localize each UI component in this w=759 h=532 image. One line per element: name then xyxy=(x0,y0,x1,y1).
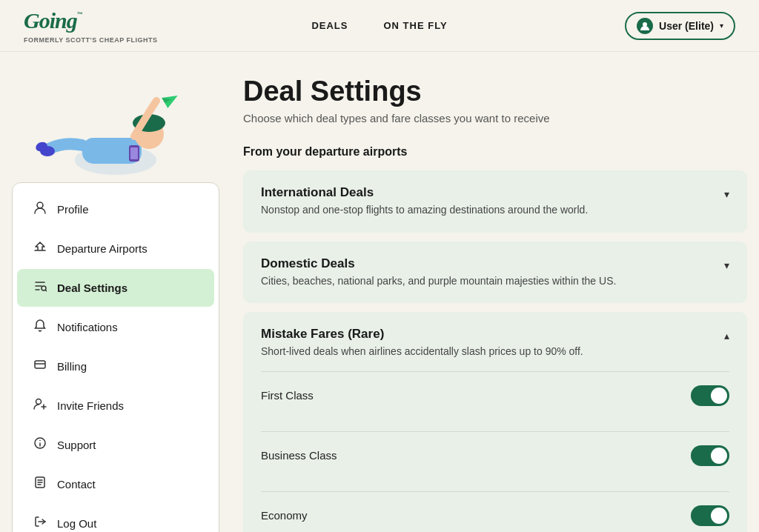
page-subtitle: Choose which deal types and fare classes… xyxy=(243,112,747,124)
page-layout: Profile Departure Airports xyxy=(0,52,759,532)
mistake-fares-title: Mistake Fares (Rare) xyxy=(261,327,583,342)
svg-rect-15 xyxy=(35,361,45,368)
svg-rect-12 xyxy=(130,147,138,159)
profile-icon xyxy=(32,201,48,218)
sidebar-item-log-out[interactable]: Log Out xyxy=(17,505,214,532)
user-avatar-icon xyxy=(637,18,653,34)
svg-point-18 xyxy=(39,440,41,442)
deal-settings-icon xyxy=(32,279,48,296)
user-menu[interactable]: User (Elite) ▾ xyxy=(625,12,735,40)
logo[interactable]: Going ™ FORMERLY SCOTT'S CHEAP FLIGHTS xyxy=(24,7,158,44)
billing-icon xyxy=(32,358,48,375)
international-deals-desc: Nonstop and one-stop flights to amazing … xyxy=(261,203,588,218)
sidebar-item-departure-airports[interactable]: Departure Airports xyxy=(17,230,214,267)
notifications-icon xyxy=(32,319,48,336)
sidebar-item-contact[interactable]: Contact xyxy=(17,465,214,503)
mistake-fares-desc: Short-lived deals when airlines accident… xyxy=(261,345,583,359)
first-class-label: First Class xyxy=(261,389,314,402)
page-title: Deal Settings xyxy=(243,76,747,107)
support-icon xyxy=(32,436,48,453)
invite-friends-icon xyxy=(32,397,48,414)
svg-text:™: ™ xyxy=(77,11,82,18)
user-icon xyxy=(640,21,650,31)
hero-illustration xyxy=(34,71,197,182)
log-out-icon xyxy=(32,515,48,532)
international-deals-chevron: ▾ xyxy=(724,188,729,200)
section-heading: From your departure airports xyxy=(243,145,747,159)
sidebar: Profile Departure Airports xyxy=(12,52,219,532)
departure-airports-icon xyxy=(32,240,48,257)
main-content: Deal Settings Choose which deal types an… xyxy=(243,52,747,532)
domestic-deals-title: Domestic Deals xyxy=(261,256,616,271)
domestic-deals-desc: Cities, beaches, national parks, and pur… xyxy=(261,274,616,289)
sidebar-item-deal-settings[interactable]: Deal Settings xyxy=(17,269,214,307)
sidebar-item-notifications[interactable]: Notifications xyxy=(17,308,214,346)
mistake-fares-header: Mistake Fares (Rare) Short-lived deals w… xyxy=(261,327,729,359)
fare-row-economy: Economy ✓ xyxy=(261,491,729,532)
business-class-toggle-check: ✓ xyxy=(716,450,723,461)
business-class-toggle[interactable]: ✓ xyxy=(691,445,729,466)
domestic-deals-card[interactable]: Domestic Deals Cities, beaches, national… xyxy=(243,242,747,304)
international-deals-header: International Deals Nonstop and one-stop… xyxy=(261,185,729,218)
svg-point-16 xyxy=(36,399,42,405)
economy-toggle[interactable]: ✓ xyxy=(691,505,729,526)
contact-icon xyxy=(32,476,48,493)
sidebar-illustration xyxy=(12,64,219,182)
logo-area: Going ™ FORMERLY SCOTT'S CHEAP FLIGHTS xyxy=(24,7,158,44)
business-class-label: Business Class xyxy=(261,449,337,462)
fare-row-first-class: First Class ✓ xyxy=(261,371,729,419)
logo-svg: Going ™ xyxy=(24,7,90,34)
svg-point-13 xyxy=(37,202,43,208)
site-header: Going ™ FORMERLY SCOTT'S CHEAP FLIGHTS D… xyxy=(0,0,759,52)
nav-on-the-fly[interactable]: ON THE FLY xyxy=(383,20,447,31)
sidebar-item-support[interactable]: Support xyxy=(17,426,214,464)
sidebar-item-profile[interactable]: Profile xyxy=(17,190,214,228)
svg-text:Going: Going xyxy=(24,8,78,33)
first-class-toggle-check: ✓ xyxy=(716,390,723,401)
economy-label: Economy xyxy=(261,509,308,522)
mistake-fares-card[interactable]: Mistake Fares (Rare) Short-lived deals w… xyxy=(243,312,747,532)
user-menu-chevron: ▾ xyxy=(720,21,723,30)
sidebar-item-invite-friends[interactable]: Invite Friends xyxy=(17,387,214,425)
first-class-toggle[interactable]: ✓ xyxy=(691,385,729,406)
mistake-fares-chevron: ▴ xyxy=(724,330,729,342)
international-deals-title: International Deals xyxy=(261,185,588,200)
domestic-deals-chevron: ▾ xyxy=(724,259,729,271)
economy-toggle-check: ✓ xyxy=(716,511,723,521)
international-deals-card[interactable]: International Deals Nonstop and one-stop… xyxy=(243,170,747,233)
domestic-deals-header: Domestic Deals Cities, beaches, national… xyxy=(261,256,729,289)
nav-deals[interactable]: DEALS xyxy=(311,20,348,31)
sidebar-nav: Profile Departure Airports xyxy=(12,182,219,532)
main-nav: DEALS ON THE FLY xyxy=(311,20,447,31)
sidebar-item-billing[interactable]: Billing xyxy=(17,348,214,385)
fare-row-business-class: Business Class ✓ xyxy=(261,431,729,479)
